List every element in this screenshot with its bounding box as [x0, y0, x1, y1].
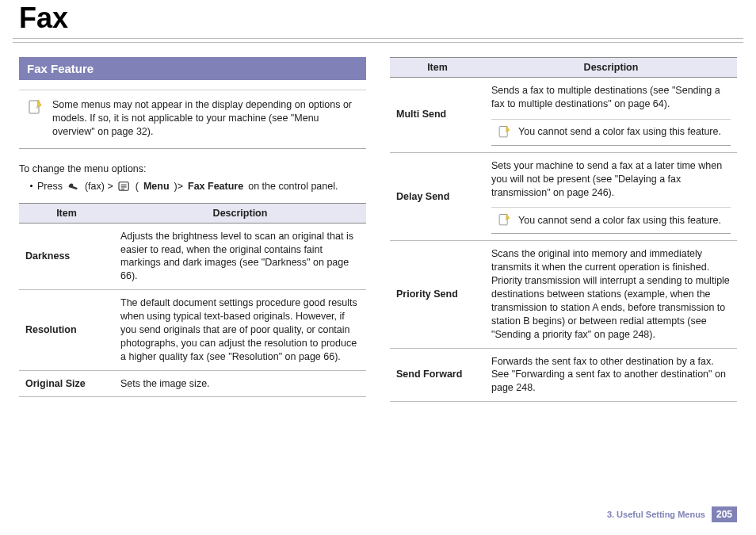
- menu-icon: [118, 181, 131, 192]
- note-icon: [25, 98, 44, 117]
- item-cell: Send Forward: [390, 348, 485, 402]
- menu-open: (: [136, 181, 139, 192]
- fax-text: (fax) >: [85, 181, 113, 192]
- content-columns: Fax Feature Some menus may not appear in…: [0, 43, 756, 402]
- instruction-line: Press (fax) > (Menu)> Fax Feature on the…: [30, 181, 366, 192]
- head-desc: Description: [114, 203, 366, 223]
- desc-cell: Sets your machine to send a fax at a lat…: [485, 152, 737, 241]
- item-cell: Resolution: [19, 290, 114, 370]
- inline-note-text: You cannot send a color fax using this f…: [518, 214, 721, 227]
- bullet-dot: [30, 185, 32, 187]
- page-number: 205: [712, 506, 737, 522]
- desc-text: Sends a fax to multiple destinations (se…: [491, 84, 731, 111]
- item-cell: Darkness: [19, 223, 114, 290]
- head-desc: Description: [485, 58, 737, 78]
- table-row: Multi Send Sends a fax to multiple desti…: [390, 78, 737, 153]
- desc-cell: The default document settings procedure …: [114, 290, 366, 370]
- desc-cell: Sets the image size.: [114, 370, 366, 397]
- press-text: Press: [37, 181, 63, 192]
- table-head-row: Item Description: [19, 203, 366, 223]
- table-row: Priority Send Scans the original into me…: [390, 241, 737, 348]
- left-table: Item Description Darkness Adjusts the br…: [19, 203, 366, 398]
- note-text: Some menus may not appear in the display…: [52, 98, 360, 139]
- desc-cell: Scans the original into memory and immed…: [485, 241, 737, 348]
- head-item: Item: [19, 203, 114, 223]
- desc-text: Sets your machine to send a fax at a lat…: [491, 159, 731, 200]
- inline-note: You cannot send a color fax using this f…: [491, 207, 731, 234]
- item-cell: Delay Send: [390, 152, 485, 241]
- item-cell: Multi Send: [390, 78, 485, 153]
- desc-cell: Forwards the sent fax to other destinati…: [485, 348, 737, 402]
- head-item: Item: [390, 58, 485, 78]
- menu-label: Menu: [143, 181, 170, 192]
- table-row: Send Forward Forwards the sent fax to ot…: [390, 348, 737, 402]
- desc-cell: Adjusts the brightness level to scan an …: [114, 223, 366, 290]
- section-title: Fax Feature: [19, 57, 366, 80]
- chapter-label: 3. Useful Setting Menus: [607, 510, 705, 519]
- tail-text: on the control panel.: [248, 181, 338, 192]
- table-head-row: Item Description: [390, 58, 737, 78]
- page-title: Fax: [19, 2, 756, 35]
- desc-cell: Sends a fax to multiple destinations (se…: [485, 78, 737, 153]
- table-row: Delay Send Sets your machine to send a f…: [390, 152, 737, 241]
- item-cell: Priority Send: [390, 241, 485, 348]
- table-row: Darkness Adjusts the brightness level to…: [19, 223, 366, 290]
- inline-note: You cannot send a color fax using this f…: [491, 119, 731, 146]
- feature-label: Fax Feature: [188, 181, 243, 192]
- right-table: Item Description Multi Send Sends a fax …: [390, 57, 737, 402]
- inline-note-text: You cannot send a color fax using this f…: [518, 125, 721, 139]
- item-cell: Original Size: [19, 370, 114, 397]
- table-row: Resolution The default document settings…: [19, 290, 366, 370]
- note-box: Some menus may not appear in the display…: [19, 90, 366, 149]
- note-icon: [496, 212, 512, 228]
- right-column: Item Description Multi Send Sends a fax …: [390, 57, 737, 402]
- note-icon: [496, 124, 512, 140]
- fax-icon: [67, 181, 80, 192]
- menu-close: )>: [174, 181, 183, 192]
- left-column: Fax Feature Some menus may not appear in…: [19, 57, 366, 402]
- page-footer: 3. Useful Setting Menus 205: [607, 506, 737, 522]
- table-row: Original Size Sets the image size.: [19, 370, 366, 397]
- intro-text: To change the menu options:: [19, 163, 366, 174]
